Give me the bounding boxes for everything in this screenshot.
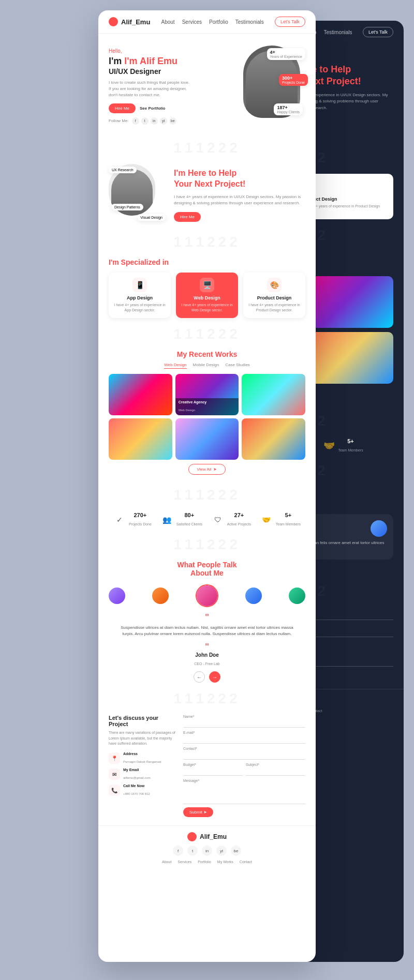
light-stat-team: 🤝 5+ Team Members [260,512,301,527]
footer-link-works[interactable]: My Works [217,860,233,864]
light-card: Alif_Emu About Services Portfolio Testim… [98,10,316,962]
light-hire-button[interactable]: Hire Me [109,103,136,113]
social-icon-fb[interactable]: f [132,117,139,125]
light-portfolio-link[interactable]: See Portfolio [140,106,165,111]
light-deco-1: 111222 [98,137,316,159]
light-nav-cta-button[interactable]: Let's Talk [275,17,305,27]
light-logo: Alif_Emu [109,17,150,26]
light-footer: Alif_Emu f t in yt be About Services Por… [98,825,316,870]
light-avatar-3 [245,587,262,604]
light-work-3[interactable] [242,374,305,415]
light-subject-input[interactable] [246,767,305,776]
light-footer-links: About Services Portfolio My Works Contac… [109,860,305,864]
light-message-input[interactable] [183,783,305,804]
light-deco-2: 111222 [98,231,316,253]
light-social-icons: f t in yt be [132,117,176,125]
light-help-section: UX Research Visual Design Design Pattern… [98,159,316,231]
social-icon-in[interactable]: in [151,117,158,125]
dark-nav-testimonials[interactable]: Testimonials [324,29,352,35]
light-help-desc: I have 4+ years of experience in UI/UX D… [174,194,305,207]
light-work-overlay-2: Creative Agency Web Design [175,398,239,415]
light-stat-years: 4+ Years of Experience [267,48,305,60]
light-stat-active-info: 27+ Active Projects [227,512,251,527]
web-design-icon: 🖥️ [200,278,214,292]
light-contact-phone: 📞 Call Me Now +880 1670 706 812 [109,784,176,797]
light-contact-input[interactable] [183,751,305,760]
light-nav-about[interactable]: About [161,19,175,25]
light-next-button[interactable]: → [209,671,220,683]
light-work-5[interactable] [175,418,239,460]
social-icon-be[interactable]: be [169,117,176,125]
light-hero-text: Hello, I'm I'm Alif Emu UI/UX Designer I… [109,43,233,125]
light-contact-desc: There are many variations of passages of… [109,730,176,747]
light-contact-info: Let's discuss your Project There are man… [109,715,176,817]
light-spec-app: 📱 App Design I have 4+ years of experien… [109,273,171,318]
light-form-row-4: Budget* Subject* [183,763,305,776]
light-testimonial-name: John Doe [119,652,295,658]
light-title: UI/UX Designer [109,67,233,76]
dark-nav-cta-button[interactable]: Let's Talk [363,27,393,37]
light-work-4[interactable] [109,418,172,460]
light-help-image: UX Research Visual Design Design Pattern… [109,164,166,226]
light-contact-address: 📍 Address Purnagiri Dabok Rangamati [109,752,176,765]
light-work-6[interactable] [242,418,305,460]
light-greeting: Hello, [109,48,233,54]
light-email-input[interactable] [183,735,305,744]
footer-social-in[interactable]: in [202,846,212,856]
light-testimonials-title: What People Talk About Me [109,561,305,577]
light-stat-happy: 187+ Happy Clients [274,103,303,115]
light-works-tabs: Web Design Mobile Design Case Studies [109,363,305,369]
light-stat-projects-info: 270+ Projects Done [129,512,152,527]
light-stat-projects: ✓ 270+ Projects Done [113,512,152,527]
light-stats: ✓ 270+ Projects Done 👥 80+ Satisfied Cli… [98,506,316,534]
light-form-row-5: Message* [183,779,305,804]
social-icon-tw[interactable]: t [141,117,149,125]
social-icon-yt[interactable]: yt [160,117,167,125]
footer-link-contact[interactable]: Contact [240,860,252,864]
light-stat-clients-info: 80+ Satisfied Clients [176,512,202,527]
light-contact: Let's discuss your Project There are man… [98,710,316,825]
light-email-icon: ✉ [109,768,120,780]
light-view-all-button[interactable]: View All ➤ [188,464,226,475]
footer-link-portfolio[interactable]: Portfolio [198,860,211,864]
light-work-1[interactable] [109,374,172,415]
light-tab-web[interactable]: Web Design [164,363,186,369]
footer-link-about[interactable]: About [162,860,171,864]
light-testimonial-role: CEO - Free Lab [194,662,219,666]
light-deco-3: 111222 [98,323,316,345]
light-submit-button[interactable]: Submit ➤ [183,807,213,817]
light-shield-icon: 🛡 [212,514,224,526]
light-logo-dot [109,17,118,26]
light-tab-case[interactable]: Case Studies [225,363,250,369]
light-tab-mobile[interactable]: Mobile Design [193,363,219,369]
footer-social-tw[interactable]: t [187,846,198,856]
footer-link-services[interactable]: Services [178,860,191,864]
light-field-email: E-mail* [183,731,305,744]
light-footer-logo: Alif_Emu [109,832,305,841]
light-field-message: Message* [183,779,305,804]
light-testimonial-avatars [109,584,305,607]
footer-social-fb[interactable]: f [173,846,183,856]
light-contact-form: Name* E-mail* Contact* [183,715,305,817]
light-badge-design: Design Patterns [111,204,143,210]
footer-social-be[interactable]: be [231,846,241,856]
light-carousel-arrows: ← → [109,671,305,683]
light-spec-product: 🎨 Product Design I have 4+ years of expe… [243,273,305,318]
light-nav-portfolio[interactable]: Portfolio [209,19,228,25]
light-help-hire-button[interactable]: Hire Me [174,212,201,222]
light-field-budget: Budget* [183,763,243,776]
light-budget-input[interactable] [183,767,243,776]
light-view-all: View All ➤ [109,464,305,475]
light-hero-desc: I love to create such things that people… [109,80,191,98]
light-work-2[interactable]: Creative Agency Web Design [175,374,239,415]
light-spec-web: 🖥️ Web Design I have 4+ years of experie… [176,273,238,318]
light-name-input[interactable] [183,719,305,728]
light-nav-testimonials[interactable]: Testimonials [235,19,264,25]
light-prev-button[interactable]: ← [194,671,205,683]
light-hero-image: 4+ Years of Experience 300+ Projects Don… [233,43,305,131]
footer-social-yt[interactable]: yt [216,846,227,856]
light-footer-social: f t in yt be [109,846,305,856]
light-help-content: I'm Here to Help Your Next Project! I ha… [174,168,305,222]
light-nav: Alif_Emu About Services Portfolio Testim… [98,10,316,34]
light-nav-services[interactable]: Services [182,19,202,25]
